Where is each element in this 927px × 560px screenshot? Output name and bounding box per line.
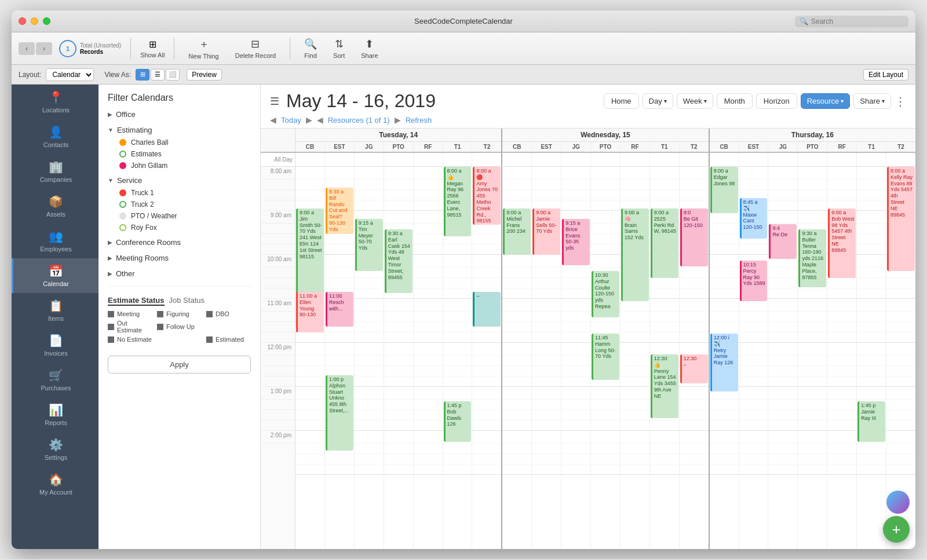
calendar-event[interactable]: 11:00 Resch with...: [326, 292, 353, 327]
nav-horizon-button[interactable]: Horizon: [756, 93, 797, 109]
calendar-event[interactable]: 9:30 a Butler Tenna 160-190 yds 2116 Map…: [798, 229, 826, 287]
refresh-label[interactable]: Refresh: [406, 116, 432, 125]
sidebar-item-employees[interactable]: 👥 Employees: [12, 224, 98, 258]
calendar-event[interactable]: –: [473, 292, 501, 327]
sidebar-item-calendar[interactable]: 📅 Calendar: [12, 258, 98, 293]
avatar-circle[interactable]: [886, 491, 910, 514]
close-button[interactable]: [19, 17, 26, 25]
delete-record-button[interactable]: ⊟ Delete Record: [231, 35, 280, 61]
filter-item-truck-1[interactable]: Truck 1: [103, 187, 256, 199]
edit-layout-button[interactable]: Edit Layout: [863, 69, 908, 80]
window-title: SeedCodeCompleteCalendar: [414, 17, 513, 25]
calendar-event[interactable]: 12:30 –: [680, 354, 708, 383]
nav-home-button[interactable]: Home: [604, 93, 639, 109]
calendar-event[interactable]: 9:00 a 🧠 Brain Sams 152 Yds: [621, 208, 649, 301]
resource-header-T1: T1: [443, 142, 473, 152]
calendar-event[interactable]: 8:00 a 🔴 Amy Jones 70 455 Metho Creek Rd…: [473, 167, 501, 225]
search-box[interactable]: 🔍: [795, 16, 908, 27]
share-button[interactable]: ⬆ Share: [356, 35, 382, 61]
filter-group-header-estimating[interactable]: ▼Estimating: [103, 123, 256, 137]
calendar-event[interactable]: 8:00 a Kelly Ray Evans 88 Yds 5457 4th S…: [887, 167, 915, 271]
calendar-event[interactable]: 1:45 p Jamie Ray III: [857, 401, 885, 442]
sidebar-item-contacts[interactable]: 👤 Contacts: [12, 119, 98, 154]
filter-item-roy-fox[interactable]: Roy Fox: [103, 222, 256, 233]
nav-day-button[interactable]: Day▾: [643, 93, 673, 109]
sidebar-item-myaccount[interactable]: 🏠 My Account: [12, 467, 98, 502]
filter-item-truck-2[interactable]: Truck 2: [103, 199, 256, 210]
filter-group-header-office[interactable]: ▶Office: [103, 108, 256, 121]
filter-group-header-conference-rooms[interactable]: ▶Conference Rooms: [103, 236, 256, 249]
calendar-event[interactable]: 12:00 i ✈️ Retry Jamie Ray 126: [710, 334, 738, 391]
fab-add-button[interactable]: +: [883, 516, 910, 543]
calendar-event[interactable]: 9:00 a Michel Frans 200 234: [503, 208, 531, 255]
apply-button[interactable]: Apply: [108, 356, 251, 374]
calendar-event[interactable]: 8:30 a Bill Rando Cut and Seal? 90-130 Y…: [326, 188, 353, 234]
filter-item-john-gillam[interactable]: John Gillam: [103, 160, 256, 171]
calendar-event[interactable]: 12:30 👍 Penny Lane 154 Yds 3455 9th Ave …: [651, 354, 678, 418]
filter-item-estimates[interactable]: Estimates: [103, 148, 256, 160]
search-input[interactable]: [811, 17, 904, 25]
calendar-event[interactable]: 8:45 a ✈️ Maxw Cant 120-150: [740, 198, 768, 239]
next-res-arrow[interactable]: ▶: [395, 115, 401, 125]
calendar-event[interactable]: 9:4 Re De: [769, 224, 797, 259]
nav-resource-button[interactable]: Resource▾: [801, 93, 851, 109]
calendar-event[interactable]: 10:15 Percy Ray 90 Yds 1589: [740, 261, 768, 301]
sort-button[interactable]: ⇅ Sort: [329, 35, 349, 61]
show-all-button[interactable]: ⊞ Show All: [140, 39, 165, 58]
find-button[interactable]: 🔍 Find: [300, 35, 322, 61]
forward-button[interactable]: ›: [36, 42, 52, 55]
estimate-status-tab[interactable]: Estimate Status: [108, 296, 165, 306]
job-status-tab[interactable]: Job Status: [169, 296, 205, 306]
calendar-event[interactable]: 9:00 a 2525 Perki Rd W, 98145: [651, 208, 678, 278]
new-thing-button[interactable]: ＋ New Thing: [184, 35, 223, 62]
minimize-button[interactable]: [31, 17, 38, 25]
nav-month-button[interactable]: Month: [717, 93, 753, 109]
calendar-event[interactable]: 9:15 a Brice Evans 50-35 yds: [562, 219, 590, 265]
group-label: Conference Rooms: [116, 238, 181, 247]
calendar-event[interactable]: 8:00 a Edgar Jones 98: [710, 167, 738, 213]
resource-header-PTO: PTO: [384, 142, 414, 152]
sidebar-item-companies[interactable]: 🏢 Companies: [12, 154, 98, 189]
calendar-event[interactable]: 11:45 Hamm Long 50-70 Yds: [592, 334, 619, 380]
filter-group-header-other[interactable]: ▶Other: [103, 267, 256, 280]
sidebar-item-purchases[interactable]: 🛒 Purchases: [12, 363, 98, 397]
preview-button[interactable]: Preview: [187, 69, 222, 80]
prev-res-arrow[interactable]: ◀: [317, 115, 323, 125]
sidebar-item-invoices[interactable]: 📄 Invoices: [12, 328, 98, 363]
next-arrow[interactable]: ▶: [306, 115, 312, 125]
layout-select[interactable]: Calendar: [46, 68, 94, 81]
calendar-event[interactable]: 8:00 a 👍 Megan Ray 96 2566 Everc Lane, 9…: [444, 167, 472, 236]
calendar-event[interactable]: 10:30 Arthur Coulte 120-150 yds Repea: [592, 271, 619, 317]
hamburger-icon[interactable]: ☰: [270, 95, 279, 108]
calendar-event[interactable]: 9:00 a Bob West 98 Yds 5457 4th Street N…: [828, 208, 856, 278]
filter-group-header-meeting-rooms[interactable]: ▶Meeting Rooms: [103, 251, 256, 265]
calendar-event[interactable]: 1:45 p Bob Dawls 126: [444, 401, 472, 442]
maximize-button[interactable]: [43, 17, 50, 25]
calendar-event[interactable]: 9:00 a Jamie Sells 50-70 Yds: [532, 208, 560, 255]
view-table-button[interactable]: ⊞: [136, 69, 149, 80]
sidebar-item-items[interactable]: 📋 Items: [12, 293, 98, 328]
resources-label[interactable]: Resources (1 of 1): [328, 116, 390, 125]
filter-group-header-service[interactable]: ▼Service: [103, 174, 256, 187]
calendar-event[interactable]: 1:00 p Alphon Stuart Unkno 455 8th Stree…: [326, 375, 353, 451]
sidebar-item-assets[interactable]: 📦 Assets: [12, 189, 98, 224]
view-form-button[interactable]: ⬜: [166, 69, 180, 80]
more-options-button[interactable]: ⋮: [895, 94, 906, 108]
calendar-event[interactable]: 9:15 a Tim Meyer 50-70 Yds: [355, 219, 383, 271]
sidebar-item-locations[interactable]: 📍 Locations: [12, 85, 98, 119]
calendar-event[interactable]: 9:0 Be Git 120-150: [680, 208, 708, 266]
sidebar-item-reports[interactable]: 📊 Reports: [12, 397, 98, 432]
filter-item-pto-/-weather[interactable]: PTO / Weather: [103, 210, 256, 222]
sidebar-item-settings[interactable]: ⚙️ Settings: [12, 432, 98, 467]
today-button[interactable]: Today: [281, 116, 301, 125]
cal-scroll-body[interactable]: 8:00 am9:00 am10:00 am11:00 am12:00 pm1:…: [261, 167, 915, 549]
prev-arrow[interactable]: ◀: [270, 115, 276, 125]
view-list-button[interactable]: ☰: [151, 69, 165, 80]
calendar-event[interactable]: 11:00 a Ellen Young 90-130: [296, 292, 324, 332]
filter-item-charles-ball[interactable]: Charles Ball: [103, 137, 256, 148]
calendar-event[interactable]: 9:30 a Earl Cask 154 Yds 48 West Timor S…: [385, 229, 413, 293]
resource-header-JG: JG: [561, 142, 591, 152]
back-button[interactable]: ‹: [19, 42, 35, 55]
nav-share-button[interactable]: Share▾: [853, 93, 891, 109]
nav-week-button[interactable]: Week▾: [677, 93, 713, 109]
